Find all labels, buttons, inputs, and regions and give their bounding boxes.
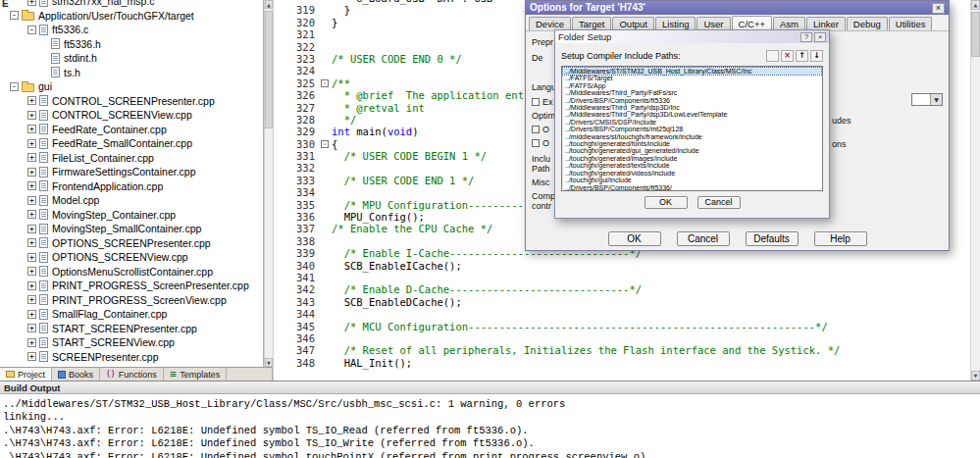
build-output-log[interactable]: ../Middlewares/ST/STM32_USB_Host_Library… (0, 394, 980, 458)
dialog-tab-linker[interactable]: Linker (806, 17, 846, 30)
tree-item[interactable]: +FileList_Container.cpp (0, 151, 263, 166)
expand-icon[interactable]: + (27, 267, 36, 276)
cancel-button[interactable]: Cancel (697, 196, 741, 209)
scroll-up-icon[interactable]: ▲ (971, 0, 980, 10)
expand-icon[interactable]: + (27, 238, 36, 247)
include-path-item[interactable]: ../Middlewares/Third_Party/dsp3D/Inc (563, 104, 821, 111)
move-up-icon[interactable]: ↑ (796, 50, 808, 62)
include-path-item[interactable]: ../Drivers/BSP/Components/mt25ql128 (563, 126, 821, 132)
tree-item[interactable]: stdint.h (0, 51, 263, 66)
help-button[interactable]: Help (814, 231, 867, 246)
include-path-item[interactable]: ../touchgfx/generated/gui_generated/incl… (563, 147, 821, 154)
expand-icon[interactable]: + (27, 210, 36, 219)
include-path-item[interactable]: ../Drivers/BSP/Components/ft5336 (563, 97, 821, 104)
include-path-item[interactable]: ../Drivers/BSP/Components/ft5336/ (563, 184, 821, 191)
include-path-list[interactable]: ../Middlewares/ST/STM32_USB_Host_Library… (561, 66, 823, 191)
include-path-item[interactable]: ../Middlewares/ST/STM32_USB_Host_Library… (563, 68, 821, 75)
tree-item[interactable]: +FirmwareSettingsContainer.cpp (0, 165, 263, 179)
ok-button[interactable]: OK (645, 196, 688, 209)
build-output-line[interactable]: linking... (3, 411, 977, 424)
include-path-item[interactable]: ../FATFS/App (563, 82, 821, 89)
project-tree-scrollbar[interactable]: ▲ ▼ (264, 0, 273, 367)
tree-item[interactable]: +PRINT_PROGRESS_ScreenView.cpp (0, 293, 263, 308)
expand-icon[interactable]: + (27, 139, 36, 148)
expand-icon[interactable]: + (27, 225, 36, 233)
dialog-tab-debug[interactable]: Debug (847, 17, 888, 30)
tree-item[interactable]: +SmallFlag_Container.cpp (0, 307, 263, 322)
panel-tab-templates[interactable]: Templates (164, 368, 228, 381)
tree-item[interactable]: +FeedRate_SmallContainer.cpp (0, 136, 263, 151)
warnings-dropdown[interactable]: ▼ (911, 93, 943, 106)
panel-tab-functions[interactable]: Functions (100, 368, 164, 381)
include-path-item[interactable]: ../middlewares/st/touchgfx/framework/inc… (563, 133, 821, 140)
expand-icon[interactable]: + (27, 181, 36, 190)
help-icon[interactable]: ? (800, 32, 812, 42)
expand-icon[interactable]: + (27, 196, 36, 205)
tree-item[interactable]: +CONTROL_SCREENView.cpp (0, 108, 263, 123)
expand-icon[interactable]: + (27, 0, 36, 6)
delete-icon[interactable]: × (781, 50, 794, 62)
panel-tab-project[interactable]: Project (0, 368, 52, 381)
scrollbar-thumb[interactable] (265, 11, 273, 128)
ok-button[interactable]: OK (608, 231, 661, 246)
include-path-item[interactable]: ../touchgfx/generated/fonts/include (563, 140, 821, 147)
include-path-item[interactable]: ../FATFS/Target (563, 75, 821, 81)
dialog-tab-output[interactable]: Output (612, 17, 654, 30)
cancel-button[interactable]: Cancel (677, 231, 730, 246)
tree-item[interactable]: +CONTROL_SCREENPresenter.cpp (0, 94, 263, 109)
scroll-down-icon[interactable]: ▼ (265, 358, 273, 367)
new-folder-icon[interactable] (766, 50, 779, 62)
close-icon[interactable]: × (932, 3, 945, 14)
tree-item[interactable]: +OptionsMenuScrollistContainer.cpp (0, 265, 263, 280)
code-line[interactable]: 343 SCB_EnableDCache(); (274, 296, 980, 308)
tree-item[interactable]: +MovingStep_SmallContainer.cpp (0, 222, 263, 236)
tree-item[interactable]: +OPTIONS_SCREENPresenter.cpp (0, 236, 263, 251)
dialog-tab-target[interactable]: Target (572, 17, 611, 30)
dialog-titlebar[interactable]: Options for Target 'H743' × (526, 1, 949, 15)
scroll-down-icon[interactable]: ▼ (971, 371, 980, 381)
expand-icon[interactable]: + (27, 168, 36, 177)
scroll-up-icon[interactable]: ▲ (265, 0, 273, 9)
panel-tab-books[interactable]: Books (52, 368, 100, 381)
expand-icon[interactable]: + (27, 310, 36, 319)
build-output-line[interactable]: ../Middlewares/ST/STM32_USB_Host_Library… (3, 398, 977, 411)
code-line[interactable]: 346 (274, 332, 980, 344)
build-output-line[interactable]: .\H743\H743.axf: Error: L6218E: Undefine… (3, 451, 977, 458)
checkbox[interactable] (532, 139, 540, 147)
expand-icon[interactable]: + (27, 111, 36, 120)
collapse-icon[interactable]: - (27, 25, 36, 34)
tree-item[interactable]: +stm32h7xx_hal_msp.c (0, 0, 263, 9)
move-down-icon[interactable]: ↓ (810, 50, 823, 62)
expand-icon[interactable]: + (27, 153, 36, 162)
code-line[interactable]: 341 (274, 272, 980, 283)
tree-item[interactable]: +Model.cpp (0, 193, 263, 208)
dialog-tab-listing[interactable]: Listing (655, 17, 696, 30)
code-line[interactable]: 340 SCB_EnableICache(); (274, 260, 980, 272)
include-path-item[interactable]: ../touchgfx/generated/videos/include (563, 170, 821, 177)
include-path-item[interactable]: ../Drivers/CMSIS/DSP/Include (563, 119, 821, 126)
build-output-line[interactable]: .\H743\H743.axf: Error: L6218E: Undefine… (3, 425, 977, 437)
expand-icon[interactable]: + (27, 281, 36, 290)
tree-item[interactable]: +START_SCREENView.cpp (0, 335, 263, 350)
expand-icon[interactable]: + (27, 295, 36, 304)
checkbox[interactable] (532, 98, 540, 106)
code-line[interactable]: 342 /* Enable D-Cache-------------------… (274, 283, 980, 295)
tree-item[interactable]: +MovingStep_Container.cpp (0, 208, 263, 223)
panel-splitter[interactable] (273, 0, 274, 381)
expand-icon[interactable]: + (27, 324, 36, 332)
code-line[interactable]: 345 /* MCU Configuration----------------… (274, 321, 980, 332)
expand-icon[interactable]: + (27, 125, 36, 133)
code-line[interactable]: 344 (274, 308, 980, 320)
expand-icon[interactable]: + (27, 96, 36, 105)
include-path-item[interactable]: ../touchgfx/gui/include (563, 177, 821, 183)
dialog-tab-device[interactable]: Device (529, 17, 571, 30)
tree-item[interactable]: ts.h (0, 66, 263, 80)
code-line[interactable]: 348 HAL_Init(); (274, 357, 980, 369)
include-path-item[interactable]: ../Middlewares/Third_Party/FatFs/src (563, 89, 821, 96)
include-path-item[interactable]: ../touchgfx/generated/images/include (563, 155, 821, 162)
close-icon[interactable]: × (814, 32, 826, 42)
fold-collapse-icon[interactable]: - (321, 140, 329, 148)
editor-scrollbar[interactable]: ▲ ▼ (970, 0, 980, 381)
code-line[interactable]: 347 /* Reset of all peripherals, Initial… (274, 344, 980, 356)
tree-item[interactable]: +PRINT_PROGRESS_ScreenPresenter.cpp (0, 279, 263, 293)
